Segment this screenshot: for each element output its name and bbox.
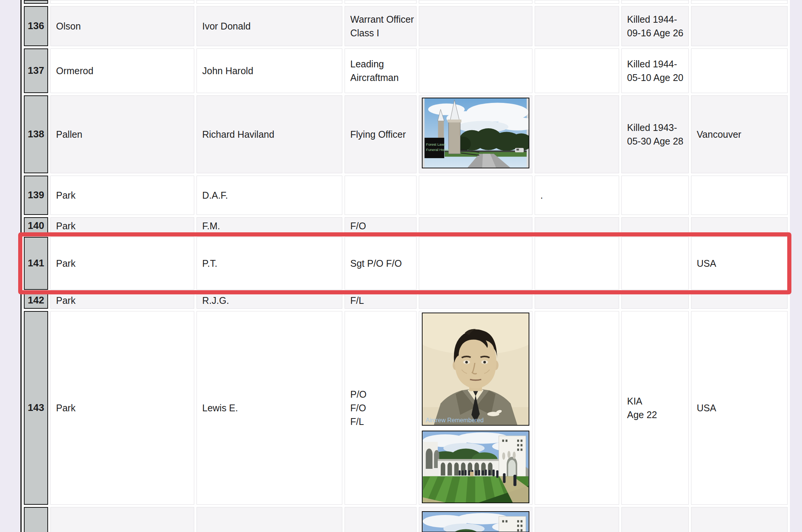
table-row: 137 Ormerod John Harold Leading Aircraft… xyxy=(24,48,788,93)
surname-cell: Park xyxy=(50,217,194,235)
photo-cell xyxy=(419,0,532,4)
city-cell: USA xyxy=(691,237,788,290)
surname-cell: Olson xyxy=(50,6,194,46)
surname-cell xyxy=(50,507,194,532)
notes-cell xyxy=(535,6,619,46)
photo-cell xyxy=(419,507,532,532)
fate-cell: Killed 1944-09-16 Age 26 xyxy=(621,6,689,46)
memorial-courtyard-photo xyxy=(422,431,529,503)
rank-cell: Flying Officer xyxy=(345,95,417,173)
row-number-cell xyxy=(24,0,48,4)
city-cell xyxy=(691,292,788,309)
surname-cell: Park xyxy=(50,292,194,309)
city-cell xyxy=(691,176,788,215)
surname-cell: Park xyxy=(50,311,194,505)
roster-page: 136 Olson Ivor Donald Warrant Officer Cl… xyxy=(0,0,802,532)
fate-cell: Killed 1943-05-30 Age 28 xyxy=(621,95,689,173)
row-number-cell xyxy=(24,507,48,532)
given-names-cell: D.A.F. xyxy=(197,176,342,215)
roster-table-wrap: 136 Olson Ivor Donald Warrant Officer Cl… xyxy=(20,0,790,532)
table-row: 140 Park F.M. F/O xyxy=(24,217,788,235)
photo-cell xyxy=(419,48,532,93)
notes-cell xyxy=(535,237,619,290)
cemetery-gate-photo: Forest Lawn Funeral Home xyxy=(422,98,529,168)
surname-cell: Park xyxy=(50,237,194,290)
notes-cell: . xyxy=(535,176,619,215)
photo-cell xyxy=(419,176,532,215)
city-cell: Vancouver xyxy=(691,95,788,173)
city-cell xyxy=(691,48,788,93)
table-row: 139 Park D.A.F. . xyxy=(24,176,788,215)
surname-cell: Park xyxy=(50,176,194,215)
rank-cell: Sgt P/O F/O xyxy=(345,237,417,290)
row-number-cell: 143 xyxy=(24,311,48,505)
city-cell xyxy=(691,507,788,532)
rank-cell: P/O F/O F/L xyxy=(345,311,417,505)
given-names-cell: F.M. xyxy=(197,217,342,235)
table-row: 142 Park R.J.G. F/L xyxy=(24,292,788,309)
surname-cell: Ormerod xyxy=(50,48,194,93)
given-names-cell: Ivor Donald xyxy=(197,6,342,46)
city-cell xyxy=(691,6,788,46)
fate-cell xyxy=(621,176,689,215)
fate-cell xyxy=(621,0,689,4)
city-cell xyxy=(691,0,788,4)
rank-cell xyxy=(345,176,417,215)
surname-cell: Pallen xyxy=(50,95,194,173)
notes-cell xyxy=(535,507,619,532)
given-names-cell: R.J.G. xyxy=(197,292,342,309)
rank-cell: Warrant Officer Class I xyxy=(345,6,417,46)
notes-cell xyxy=(535,48,619,93)
notes-cell xyxy=(535,217,619,235)
fate-cell xyxy=(621,237,689,290)
row-number-cell: 142 xyxy=(24,292,48,309)
photo-cell xyxy=(419,217,532,235)
table-row: 143 Park Lewis E. P/O F/O F/L xyxy=(24,311,788,505)
city-cell xyxy=(691,217,788,235)
notes-cell xyxy=(535,95,619,173)
photo-cell: Forest Lawn Funeral Home xyxy=(419,95,532,173)
table-row xyxy=(24,507,788,532)
roster-table: 136 Olson Ivor Donald Warrant Officer Cl… xyxy=(20,0,790,532)
rank-cell: Leading Aircraftman xyxy=(345,48,417,93)
rank-cell xyxy=(345,507,417,532)
table-row: 136 Olson Ivor Donald Warrant Officer Cl… xyxy=(24,6,788,46)
given-names-cell: Richard Haviland xyxy=(197,95,342,173)
gate-sign-line1: Forest Lawn xyxy=(426,142,446,146)
fate-cell: Killed 1944-05-10 Age 20 xyxy=(621,48,689,93)
portrait-watermark: Aircrew Remembered xyxy=(426,417,484,423)
gate-sign-line2: Funeral Home xyxy=(426,148,449,152)
fate-cell xyxy=(621,292,689,309)
row-number-cell: 137 xyxy=(24,48,48,93)
row-number-cell: 140 xyxy=(24,217,48,235)
table-row: 138 Pallen Richard Haviland Flying Offic… xyxy=(24,95,788,173)
photo-cell xyxy=(419,292,532,309)
rank-cell: F/O xyxy=(345,217,417,235)
memorial-courtyard-photo xyxy=(422,511,529,532)
table-row-highlighted: 141 Park P.T. Sgt P/O F/O USA xyxy=(24,237,788,290)
row-number-cell: 138 xyxy=(24,95,48,173)
given-names-cell: John Harold xyxy=(197,48,342,93)
notes-cell xyxy=(535,292,619,309)
rank-cell: F/L xyxy=(345,292,417,309)
surname-cell xyxy=(50,0,194,4)
rank-cell xyxy=(345,0,417,4)
fate-cell xyxy=(621,217,689,235)
photo-cell: Aircrew Remembered xyxy=(419,311,532,505)
given-names-cell xyxy=(197,507,342,532)
fate-cell xyxy=(621,507,689,532)
fate-cell: KIA Age 22 xyxy=(621,311,689,505)
notes-cell xyxy=(535,0,619,4)
given-names-cell xyxy=(197,0,342,4)
photo-cell xyxy=(419,237,532,290)
city-cell: USA xyxy=(691,311,788,505)
row-number-cell: 136 xyxy=(24,6,48,46)
given-names-cell: Lewis E. xyxy=(197,311,342,505)
photo-cell xyxy=(419,6,532,46)
row-number-cell: 139 xyxy=(24,176,48,215)
airman-portrait-photo: Aircrew Remembered xyxy=(422,313,529,426)
given-names-cell: P.T. xyxy=(197,237,342,290)
table-row xyxy=(24,0,788,4)
row-number-cell: 141 xyxy=(24,237,48,290)
notes-cell xyxy=(535,311,619,505)
